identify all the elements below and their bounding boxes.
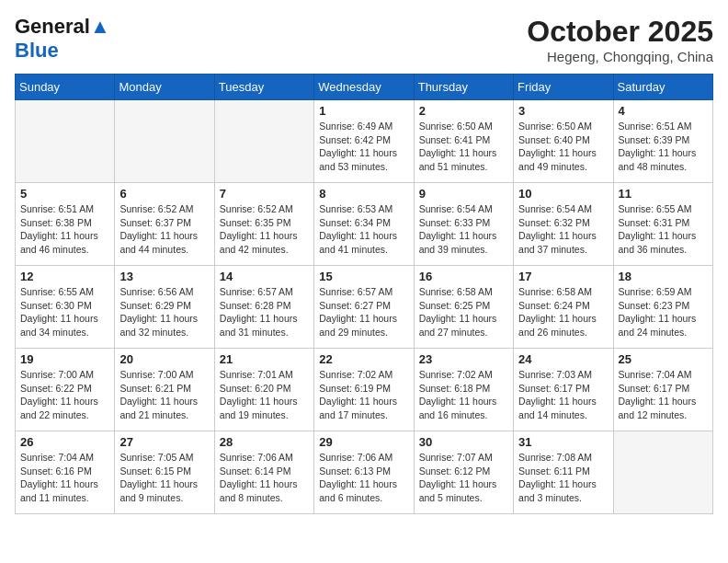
calendar-cell: 4Sunrise: 6:51 AMSunset: 6:39 PMDaylight… — [613, 100, 712, 183]
day-info: Sunrise: 6:51 AMSunset: 6:38 PMDaylight:… — [20, 202, 109, 257]
calendar-cell — [214, 100, 313, 183]
day-number: 5 — [20, 187, 109, 201]
logo-blue-text: Blue — [15, 39, 59, 62]
day-info: Sunrise: 6:58 AMSunset: 6:25 PMDaylight:… — [419, 285, 508, 339]
day-info: Sunrise: 7:04 AMSunset: 6:16 PMDaylight:… — [20, 451, 109, 505]
logo-text: General▲ — [15, 15, 110, 39]
calendar-cell: 12Sunrise: 6:55 AMSunset: 6:30 PMDayligh… — [16, 266, 115, 349]
day-number: 4 — [619, 104, 708, 118]
calendar-cell: 29Sunrise: 7:06 AMSunset: 6:13 PMDayligh… — [314, 431, 414, 514]
calendar-cell: 10Sunrise: 6:54 AMSunset: 6:32 PMDayligh… — [514, 183, 613, 266]
week-row-4: 19Sunrise: 7:00 AMSunset: 6:22 PMDayligh… — [16, 349, 713, 431]
calendar-cell: 15Sunrise: 6:57 AMSunset: 6:27 PMDayligh… — [314, 266, 414, 349]
calendar-cell: 2Sunrise: 6:50 AMSunset: 6:41 PMDaylight… — [414, 100, 513, 183]
col-sunday: Sunday — [16, 75, 115, 100]
calendar-cell: 7Sunrise: 6:52 AMSunset: 6:35 PMDaylight… — [214, 183, 313, 266]
calendar-cell: 11Sunrise: 6:55 AMSunset: 6:31 PMDayligh… — [613, 183, 712, 266]
day-number: 2 — [419, 104, 508, 118]
month-title: October 2025 — [527, 15, 713, 49]
day-number: 3 — [518, 104, 608, 118]
col-tuesday: Tuesday — [214, 75, 313, 100]
day-info: Sunrise: 6:52 AMSunset: 6:37 PMDaylight:… — [119, 202, 209, 257]
day-info: Sunrise: 6:55 AMSunset: 6:30 PMDaylight:… — [20, 285, 109, 339]
calendar-cell: 21Sunrise: 7:01 AMSunset: 6:20 PMDayligh… — [214, 349, 313, 431]
calendar-cell: 24Sunrise: 7:03 AMSunset: 6:17 PMDayligh… — [514, 349, 613, 431]
day-number: 9 — [419, 187, 508, 201]
logo: General▲ Blue — [15, 15, 110, 63]
calendar-cell: 1Sunrise: 6:49 AMSunset: 6:42 PMDaylight… — [314, 100, 414, 183]
day-info: Sunrise: 7:00 AMSunset: 6:21 PMDaylight:… — [119, 368, 209, 422]
location-subtitle: Hegeng, Chongqing, China — [527, 49, 713, 64]
day-number: 13 — [119, 270, 209, 283]
day-info: Sunrise: 7:02 AMSunset: 6:19 PMDaylight:… — [319, 368, 408, 422]
day-number: 19 — [20, 352, 109, 366]
calendar-cell: 19Sunrise: 7:00 AMSunset: 6:22 PMDayligh… — [16, 349, 115, 431]
title-area: October 2025 Hegeng, Chongqing, China — [527, 15, 713, 64]
calendar-cell: 8Sunrise: 6:53 AMSunset: 6:34 PMDaylight… — [314, 183, 414, 266]
week-row-1: 1Sunrise: 6:49 AMSunset: 6:42 PMDaylight… — [16, 100, 713, 183]
calendar-cell: 5Sunrise: 6:51 AMSunset: 6:38 PMDaylight… — [16, 183, 115, 266]
day-info: Sunrise: 7:05 AMSunset: 6:15 PMDaylight:… — [119, 451, 209, 505]
calendar-cell — [613, 431, 712, 514]
day-info: Sunrise: 7:00 AMSunset: 6:22 PMDaylight:… — [20, 368, 109, 422]
day-info: Sunrise: 6:49 AMSunset: 6:42 PMDaylight:… — [319, 120, 408, 174]
calendar-header-row: Sunday Monday Tuesday Wednesday Thursday… — [16, 75, 713, 100]
day-number: 16 — [419, 270, 508, 283]
calendar-cell: 25Sunrise: 7:04 AMSunset: 6:17 PMDayligh… — [613, 349, 712, 431]
calendar-table: Sunday Monday Tuesday Wednesday Thursday… — [15, 74, 713, 514]
day-info: Sunrise: 6:51 AMSunset: 6:39 PMDaylight:… — [619, 120, 708, 174]
day-info: Sunrise: 6:54 AMSunset: 6:32 PMDaylight:… — [518, 202, 608, 257]
col-monday: Monday — [115, 75, 214, 100]
calendar-cell: 13Sunrise: 6:56 AMSunset: 6:29 PMDayligh… — [115, 266, 214, 349]
day-number: 10 — [518, 187, 608, 201]
day-info: Sunrise: 6:53 AMSunset: 6:34 PMDaylight:… — [319, 202, 408, 257]
week-row-2: 5Sunrise: 6:51 AMSunset: 6:38 PMDaylight… — [16, 183, 713, 266]
day-info: Sunrise: 6:50 AMSunset: 6:40 PMDaylight:… — [518, 120, 608, 174]
day-info: Sunrise: 6:55 AMSunset: 6:31 PMDaylight:… — [619, 202, 708, 257]
day-number: 12 — [20, 270, 109, 283]
calendar-cell: 23Sunrise: 7:02 AMSunset: 6:18 PMDayligh… — [414, 349, 513, 431]
day-number: 14 — [220, 270, 309, 283]
day-number: 24 — [518, 352, 608, 366]
calendar-cell: 16Sunrise: 6:58 AMSunset: 6:25 PMDayligh… — [414, 266, 513, 349]
day-info: Sunrise: 7:01 AMSunset: 6:20 PMDaylight:… — [220, 368, 309, 422]
day-number: 20 — [119, 352, 209, 366]
day-info: Sunrise: 7:08 AMSunset: 6:11 PMDaylight:… — [518, 451, 608, 505]
day-info: Sunrise: 7:06 AMSunset: 6:13 PMDaylight:… — [319, 451, 408, 505]
day-number: 8 — [319, 187, 408, 201]
week-row-3: 12Sunrise: 6:55 AMSunset: 6:30 PMDayligh… — [16, 266, 713, 349]
calendar-cell: 31Sunrise: 7:08 AMSunset: 6:11 PMDayligh… — [514, 431, 613, 514]
calendar-cell: 22Sunrise: 7:02 AMSunset: 6:19 PMDayligh… — [314, 349, 414, 431]
calendar-cell: 9Sunrise: 6:54 AMSunset: 6:33 PMDaylight… — [414, 183, 513, 266]
day-number: 7 — [220, 187, 309, 201]
day-number: 25 — [619, 352, 708, 366]
day-info: Sunrise: 7:02 AMSunset: 6:18 PMDaylight:… — [419, 368, 508, 422]
day-number: 15 — [319, 270, 408, 283]
day-info: Sunrise: 6:56 AMSunset: 6:29 PMDaylight:… — [119, 285, 209, 339]
day-number: 28 — [220, 435, 309, 449]
calendar-cell: 20Sunrise: 7:00 AMSunset: 6:21 PMDayligh… — [115, 349, 214, 431]
day-number: 6 — [119, 187, 209, 201]
calendar-cell: 6Sunrise: 6:52 AMSunset: 6:37 PMDaylight… — [115, 183, 214, 266]
col-wednesday: Wednesday — [314, 75, 414, 100]
day-info: Sunrise: 6:54 AMSunset: 6:33 PMDaylight:… — [419, 202, 508, 257]
page-header: General▲ Blue October 2025 Hegeng, Chong… — [15, 15, 713, 64]
calendar-cell: 27Sunrise: 7:05 AMSunset: 6:15 PMDayligh… — [115, 431, 214, 514]
day-number: 17 — [518, 270, 608, 283]
day-number: 1 — [319, 104, 408, 118]
calendar-cell: 14Sunrise: 6:57 AMSunset: 6:28 PMDayligh… — [214, 266, 313, 349]
week-row-5: 26Sunrise: 7:04 AMSunset: 6:16 PMDayligh… — [16, 431, 713, 514]
day-number: 23 — [419, 352, 508, 366]
day-info: Sunrise: 6:50 AMSunset: 6:41 PMDaylight:… — [419, 120, 508, 174]
day-info: Sunrise: 7:04 AMSunset: 6:17 PMDaylight:… — [619, 368, 708, 422]
day-info: Sunrise: 7:07 AMSunset: 6:12 PMDaylight:… — [419, 451, 508, 505]
calendar-cell: 18Sunrise: 6:59 AMSunset: 6:23 PMDayligh… — [613, 266, 712, 349]
day-info: Sunrise: 6:58 AMSunset: 6:24 PMDaylight:… — [518, 285, 608, 339]
calendar-cell: 26Sunrise: 7:04 AMSunset: 6:16 PMDayligh… — [16, 431, 115, 514]
day-info: Sunrise: 6:57 AMSunset: 6:27 PMDaylight:… — [319, 285, 408, 339]
day-number: 11 — [619, 187, 708, 201]
day-number: 21 — [220, 352, 309, 366]
col-friday: Friday — [514, 75, 613, 100]
day-info: Sunrise: 6:57 AMSunset: 6:28 PMDaylight:… — [220, 285, 309, 339]
day-info: Sunrise: 6:59 AMSunset: 6:23 PMDaylight:… — [619, 285, 708, 339]
